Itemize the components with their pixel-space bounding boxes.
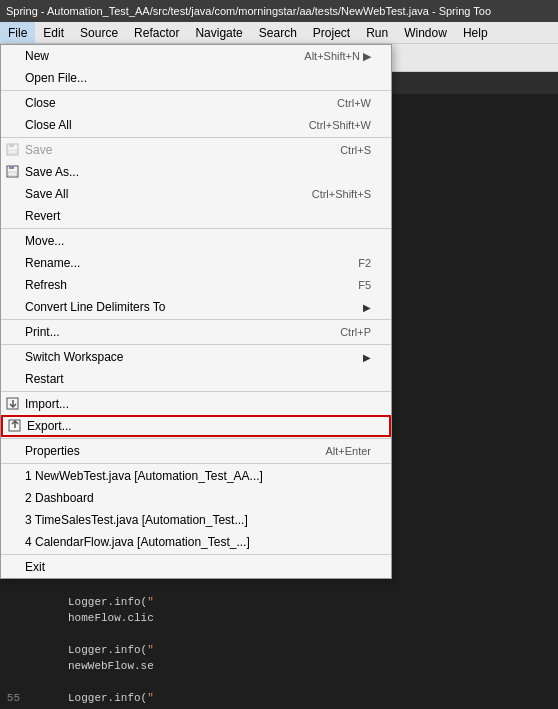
menu-item-new[interactable]: New Alt+Shift+N ▶ bbox=[1, 45, 391, 67]
menu-item-save[interactable]: Save Ctrl+S bbox=[1, 139, 391, 161]
code-line bbox=[0, 626, 558, 642]
menu-item-recent-4[interactable]: 4 CalendarFlow.java [Automation_Test_...… bbox=[1, 531, 391, 553]
menu-item-label: New bbox=[25, 49, 49, 63]
menu-item-label: Rename... bbox=[25, 256, 80, 270]
menu-help[interactable]: Help bbox=[455, 22, 496, 43]
code-line: 55Logger.info(" bbox=[0, 690, 558, 706]
separator bbox=[1, 228, 391, 229]
menu-item-label: Close bbox=[25, 96, 56, 110]
separator bbox=[1, 137, 391, 138]
menu-item-switch-workspace[interactable]: Switch Workspace ▶ bbox=[1, 346, 391, 368]
menu-item-convert-line[interactable]: Convert Line Delimiters To ▶ bbox=[1, 296, 391, 318]
menu-item-label: Switch Workspace bbox=[25, 350, 123, 364]
menu-search[interactable]: Search bbox=[251, 22, 305, 43]
menu-item-recent-2[interactable]: 2 Dashboard bbox=[1, 487, 391, 509]
svg-rect-14 bbox=[8, 172, 17, 176]
menu-item-label: Import... bbox=[25, 397, 69, 411]
menu-item-revert[interactable]: Revert bbox=[1, 205, 391, 227]
menu-item-close-all[interactable]: Close All Ctrl+Shift+W bbox=[1, 114, 391, 136]
menu-navigate[interactable]: Navigate bbox=[187, 22, 250, 43]
menu-item-label: Revert bbox=[25, 209, 60, 223]
menu-item-label: Convert Line Delimiters To bbox=[25, 300, 166, 314]
separator bbox=[1, 319, 391, 320]
menu-item-label: 2 Dashboard bbox=[25, 491, 94, 505]
submenu-arrow-icon: ▶ bbox=[363, 352, 371, 363]
menu-item-shortcut: Ctrl+Shift+S bbox=[312, 188, 371, 200]
menu-item-label: Close All bbox=[25, 118, 72, 132]
code-line bbox=[0, 578, 558, 594]
code-line: Logger.info(" bbox=[0, 642, 558, 658]
menu-item-move[interactable]: Move... bbox=[1, 230, 391, 252]
menu-item-rename[interactable]: Rename... F2 bbox=[1, 252, 391, 274]
menu-item-label: Save bbox=[25, 143, 52, 157]
svg-rect-10 bbox=[9, 144, 14, 147]
menu-item-shortcut: Ctrl+Shift+W bbox=[309, 119, 371, 131]
separator bbox=[1, 90, 391, 91]
menu-file[interactable]: File bbox=[0, 22, 35, 43]
dropdown-menu-container: New Alt+Shift+N ▶ Open File... Close Ctr… bbox=[0, 44, 392, 579]
menu-run[interactable]: Run bbox=[358, 22, 396, 43]
menu-item-close[interactable]: Close Ctrl+W bbox=[1, 92, 391, 114]
separator bbox=[1, 438, 391, 439]
menu-refactor[interactable]: Refactor bbox=[126, 22, 187, 43]
code-line: Logger.info(" bbox=[0, 594, 558, 610]
menu-item-shortcut: F2 bbox=[358, 257, 371, 269]
separator bbox=[1, 391, 391, 392]
title-bar: Spring - Automation_Test_AA/src/test/jav… bbox=[0, 0, 558, 22]
menu-item-shortcut: Alt+Enter bbox=[325, 445, 371, 457]
menu-item-save-all[interactable]: Save All Ctrl+Shift+S bbox=[1, 183, 391, 205]
code-line: homeFlow.clic bbox=[0, 610, 558, 626]
save-as-icon bbox=[5, 164, 21, 180]
menu-item-label: Export... bbox=[27, 419, 72, 433]
code-line: newWebFlow.se bbox=[0, 658, 558, 674]
file-dropdown-menu: New Alt+Shift+N ▶ Open File... Close Ctr… bbox=[0, 44, 392, 579]
menu-item-label: 4 CalendarFlow.java [Automation_Test_...… bbox=[25, 535, 250, 549]
menu-item-save-as[interactable]: Save As... bbox=[1, 161, 391, 183]
separator bbox=[1, 554, 391, 555]
submenu-arrow-icon: ▶ bbox=[363, 302, 371, 313]
menu-source[interactable]: Source bbox=[72, 22, 126, 43]
import-icon bbox=[5, 396, 21, 412]
menu-item-exit[interactable]: Exit bbox=[1, 556, 391, 578]
menu-item-open-file[interactable]: Open File... bbox=[1, 67, 391, 89]
separator bbox=[1, 344, 391, 345]
export-icon bbox=[7, 418, 23, 434]
menu-project[interactable]: Project bbox=[305, 22, 358, 43]
menu-item-recent-3[interactable]: 3 TimeSalesTest.java [Automation_Test...… bbox=[1, 509, 391, 531]
menu-item-refresh[interactable]: Refresh F5 bbox=[1, 274, 391, 296]
menu-bar: File Edit Source Refactor Navigate Searc… bbox=[0, 22, 558, 44]
menu-item-label: Refresh bbox=[25, 278, 67, 292]
svg-rect-11 bbox=[8, 150, 17, 154]
menu-item-label: Properties bbox=[25, 444, 80, 458]
menu-item-export[interactable]: Export... bbox=[1, 415, 391, 437]
menu-item-label: Exit bbox=[25, 560, 45, 574]
menu-item-shortcut: F5 bbox=[358, 279, 371, 291]
code-line bbox=[0, 674, 558, 690]
title-text: Spring - Automation_Test_AA/src/test/jav… bbox=[6, 5, 491, 17]
menu-item-label: Move... bbox=[25, 234, 64, 248]
menu-item-label: Save As... bbox=[25, 165, 79, 179]
menu-item-shortcut: Alt+Shift+N ▶ bbox=[304, 50, 371, 63]
menu-item-shortcut: Ctrl+P bbox=[340, 326, 371, 338]
menu-item-print[interactable]: Print... Ctrl+P bbox=[1, 321, 391, 343]
separator bbox=[1, 463, 391, 464]
menu-edit[interactable]: Edit bbox=[35, 22, 72, 43]
menu-item-recent-1[interactable]: 1 NewWebTest.java [Automation_Test_AA...… bbox=[1, 465, 391, 487]
save-file-icon bbox=[5, 142, 21, 158]
menu-item-label: 1 NewWebTest.java [Automation_Test_AA...… bbox=[25, 469, 263, 483]
menu-item-shortcut: Ctrl+S bbox=[340, 144, 371, 156]
menu-item-label: Open File... bbox=[25, 71, 87, 85]
menu-window[interactable]: Window bbox=[396, 22, 455, 43]
menu-item-import[interactable]: Import... bbox=[1, 393, 391, 415]
menu-item-label: Restart bbox=[25, 372, 64, 386]
menu-item-properties[interactable]: Properties Alt+Enter bbox=[1, 440, 391, 462]
menu-item-label: 3 TimeSalesTest.java [Automation_Test...… bbox=[25, 513, 248, 527]
menu-item-label: Save All bbox=[25, 187, 68, 201]
menu-item-label: Print... bbox=[25, 325, 60, 339]
menu-item-shortcut: Ctrl+W bbox=[337, 97, 371, 109]
menu-item-restart[interactable]: Restart bbox=[1, 368, 391, 390]
svg-rect-13 bbox=[9, 166, 14, 169]
